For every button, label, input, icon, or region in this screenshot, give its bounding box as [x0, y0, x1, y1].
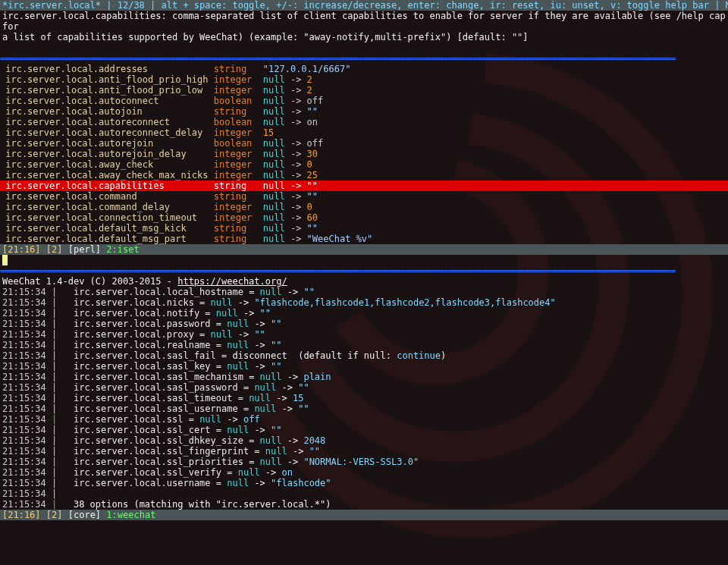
arrow-icon: ->	[282, 287, 304, 297]
arrow-icon: ->	[232, 297, 254, 308]
input-line-bottom[interactable]	[0, 520, 728, 531]
log-option: irc.server.local.password	[74, 319, 211, 329]
log-row: 21:15:34 | irc.server.local.sasl_timeout…	[0, 393, 728, 403]
log-row: 21:15:34 | irc.server.local.ssl_dhkey_si…	[0, 435, 728, 446]
option-row[interactable]: irc.server.local.autojoin string null ->…	[0, 106, 728, 117]
log-pane[interactable]: 21:15:34 | irc.server.local.local_hostna…	[0, 287, 728, 510]
option-row[interactable]: irc.server.local.anti_flood_prio_low int…	[0, 85, 728, 96]
equals-sign: =	[211, 340, 228, 350]
equals-sign: =	[238, 403, 255, 414]
equals-sign: =	[221, 467, 238, 478]
log-null: null	[216, 308, 238, 319]
pipe-icon: |	[52, 340, 74, 350]
log-option: irc.server.local.sasl_username	[74, 403, 238, 414]
log-option: irc.server.local.notify	[74, 308, 199, 319]
log-timestamp: 21:15:34	[2, 329, 52, 340]
log-timestamp: 21:15:34	[2, 350, 52, 361]
arrow-icon: ->	[282, 372, 304, 382]
option-type: integer	[214, 212, 263, 223]
option-row[interactable]: irc.server.local.addresses string "127.0…	[0, 64, 728, 74]
log-option: irc.server.local.proxy	[74, 329, 194, 340]
status-buffer-name: 1:weechat	[106, 510, 155, 520]
log-option: irc.server.local.ssl_fingerprint	[74, 446, 249, 457]
pipe-icon: |	[52, 499, 74, 510]
pipe-icon: |	[52, 372, 74, 382]
log-timestamp: 21:15:34	[2, 499, 52, 510]
option-row[interactable]: irc.server.local.autorejoin boolean null…	[0, 138, 728, 149]
option-row[interactable]: irc.server.local.away_check_max_nicks in…	[0, 170, 728, 180]
pipe-icon: |	[52, 425, 74, 435]
options-list[interactable]: irc.server.local.addresses string "127.0…	[0, 64, 728, 244]
option-value: 30	[307, 149, 318, 159]
option-type: string	[214, 191, 263, 202]
option-type: integer	[214, 159, 263, 170]
pipe-icon: |	[52, 446, 74, 457]
option-value: 60	[307, 212, 318, 223]
log-timestamp: 21:15:34	[2, 372, 52, 382]
option-row[interactable]: irc.server.local.default_msg_part string…	[0, 234, 728, 244]
option-row[interactable]: irc.server.local.autoconnect boolean nul…	[0, 96, 728, 106]
option-key: irc.server.local.autoreconnect_delay	[0, 127, 214, 138]
log-null: null	[227, 478, 249, 488]
pipe-icon: |	[52, 297, 74, 308]
option-null: null	[263, 106, 285, 117]
option-type: integer	[214, 127, 263, 138]
log-timestamp: 21:15:34	[2, 446, 52, 457]
log-option: irc.server.local.sasl_timeout	[74, 393, 233, 403]
help-pane: irc.server.local.capabilities: comma-sep…	[0, 11, 728, 42]
option-row[interactable]: irc.server.local.autoreconnect boolean n…	[0, 117, 728, 127]
log-option: irc.server.local.nicks	[74, 297, 194, 308]
option-value: 0	[307, 202, 312, 212]
input-line-top[interactable]	[0, 255, 728, 265]
option-row[interactable]: irc.server.local.autorejoin_delay intege…	[0, 149, 728, 159]
option-value: ""	[307, 180, 318, 191]
log-row: 21:15:34 | irc.server.local.sasl_passwor…	[0, 382, 728, 393]
option-row[interactable]: irc.server.local.command_delay integer n…	[0, 202, 728, 212]
log-value: "flashcode,flashcode1,flashcode2,flashco…	[254, 297, 555, 308]
log-row: 21:15:34 | irc.server.local.sasl_key = n…	[0, 361, 728, 372]
log-option: irc.server.local.ssl_verify	[74, 467, 221, 478]
arrow-icon: ->	[285, 191, 307, 202]
option-key: irc.server.local.addresses	[0, 64, 214, 74]
log-row: 21:15:34 | 38 options (matching with "ir…	[0, 499, 728, 510]
option-row[interactable]: irc.server.local.connection_timeout inte…	[0, 212, 728, 223]
log-null: null	[254, 403, 276, 414]
option-null: null	[263, 212, 285, 223]
pipe-icon: |	[52, 467, 74, 478]
option-key: irc.server.local.connection_timeout	[0, 212, 214, 223]
log-timestamp: 21:15:34	[2, 403, 52, 414]
help-line: irc.server.local.capabilities: comma-sep…	[2, 11, 726, 32]
separator	[0, 265, 728, 276]
weechat-url[interactable]: https://weechat.org/	[177, 276, 287, 287]
option-row-selected[interactable]: irc.server.local.capabilities string nul…	[0, 180, 728, 191]
log-timestamp: 21:15:34	[2, 319, 52, 329]
log-option: irc.server.local.local_hostname	[74, 287, 243, 297]
option-key: irc.server.local.capabilities	[0, 180, 214, 191]
option-row[interactable]: irc.server.local.anti_flood_prio_high in…	[0, 74, 728, 85]
option-value: on	[307, 117, 318, 127]
option-type: integer	[214, 74, 263, 85]
log-value: "flashcode"	[271, 478, 331, 488]
log-option: irc.server.local.sasl_mechanism	[74, 372, 243, 382]
title-bar: *irc.server.local* | 12/38 | alt + space…	[0, 0, 728, 11]
arrow-icon: ->	[249, 319, 271, 329]
log-option: irc.server.local.ssl_dhkey_size	[74, 435, 243, 446]
arrow-icon: ->	[249, 425, 271, 435]
option-row[interactable]: irc.server.local.away_check integer null…	[0, 159, 728, 170]
banner: WeeChat 1.4-dev (C) 2003-2015 - https://…	[0, 276, 728, 287]
log-value: on	[282, 467, 293, 478]
equals-sign: =	[243, 287, 260, 297]
option-row[interactable]: irc.server.local.command string null -> …	[0, 191, 728, 202]
log-timestamp: 21:15:34	[2, 382, 52, 393]
option-row[interactable]: irc.server.local.default_msg_kick string…	[0, 223, 728, 234]
option-type: integer	[214, 149, 263, 159]
log-timestamp: 21:15:34	[2, 435, 52, 446]
log-null: null	[227, 319, 249, 329]
log-value: plain	[303, 372, 331, 382]
pipe-icon: |	[52, 478, 74, 488]
option-type: string	[214, 234, 263, 244]
help-line: a list of capabilities supported by WeeC…	[2, 32, 726, 42]
log-value: ""	[303, 287, 314, 297]
status-plugin: [perl]	[68, 244, 101, 255]
option-row[interactable]: irc.server.local.autoreconnect_delay int…	[0, 127, 728, 138]
